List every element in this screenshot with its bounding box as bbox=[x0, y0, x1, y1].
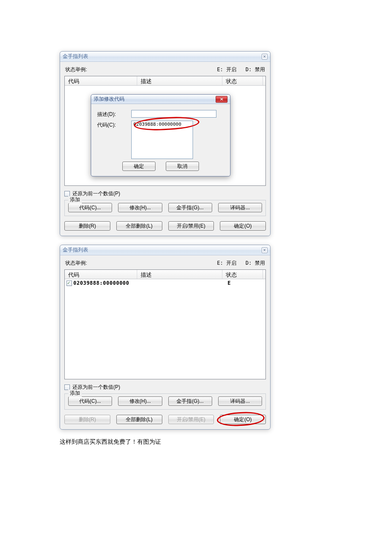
header-desc[interactable]: 描述 bbox=[137, 76, 222, 85]
row-checkbox[interactable] bbox=[66, 280, 72, 286]
restore-row[interactable]: 还原为前一个数值(P) bbox=[64, 384, 266, 391]
add-modify-button[interactable]: 修改(H)... bbox=[118, 396, 162, 406]
add-code-dialog: 添加修改代码 ✕ 描述(D): 代码(C): 确定 取消 bbox=[91, 94, 231, 176]
titlebar[interactable]: 金手指列表 ✕ bbox=[60, 245, 270, 255]
header-state[interactable]: 状态 bbox=[222, 76, 263, 85]
close-button[interactable]: ✕ bbox=[262, 54, 268, 60]
status-d: D: 禁用 bbox=[245, 260, 265, 266]
delete-button[interactable]: 删除(R) bbox=[64, 221, 110, 231]
popup-title: 添加修改代码 bbox=[94, 95, 124, 103]
code-field-label: 代码(C): bbox=[97, 121, 127, 129]
status-d: D: 禁用 bbox=[245, 66, 265, 72]
caption-text: 这样到商店买东西就免费了！有图为证 bbox=[60, 438, 332, 446]
desc-field-label: 描述(D): bbox=[97, 110, 127, 118]
add-group: 添加 代码(C)... 修改(H)... 金手指(G)... 译码器... bbox=[64, 393, 266, 410]
close-icon: ✕ bbox=[262, 54, 268, 60]
titlebar[interactable]: 金手指列表 ✕ bbox=[60, 52, 270, 62]
window-title: 金手指列表 bbox=[63, 246, 88, 254]
popup-cancel-button[interactable]: 取消 bbox=[166, 162, 199, 171]
delete-button: 删除(R) bbox=[64, 415, 110, 424]
add-decoder-button[interactable]: 译码器... bbox=[218, 396, 262, 406]
cheat-list-window-2: 金手指列表 ✕ 状态举例: E: 开启 D: 禁用 代码 描述 状态 bbox=[60, 245, 271, 430]
popup-titlebar[interactable]: 添加修改代码 ✕ bbox=[91, 95, 230, 104]
delete-all-button[interactable]: 全部删除(L) bbox=[116, 415, 162, 424]
close-icon: ✕ bbox=[220, 97, 223, 101]
header-desc[interactable]: 描述 bbox=[137, 270, 222, 279]
add-cheat-button[interactable]: 金手指(G)... bbox=[168, 396, 212, 406]
header-state[interactable]: 状态 bbox=[222, 270, 263, 279]
add-decoder-button[interactable]: 译码器... bbox=[218, 203, 262, 212]
add-code-button[interactable]: 代码(C)... bbox=[68, 396, 112, 406]
popup-ok-button[interactable]: 确定 bbox=[122, 162, 156, 171]
cheat-list-window-1: 金手指列表 ✕ 状态举例: E: 开启 D: 禁用 代码 描述 状态 bbox=[60, 51, 271, 236]
add-group: 添加 代码(C)... 修改(H)... 金手指(G)... 译码器... bbox=[64, 200, 266, 216]
add-cheat-button[interactable]: 金手指(G)... bbox=[168, 203, 212, 212]
table-row[interactable]: 02039888:00000000 E bbox=[65, 279, 265, 287]
add-modify-button[interactable]: 修改(H)... bbox=[118, 203, 162, 212]
status-label: 状态举例: bbox=[65, 66, 209, 73]
status-e: E: 开启 bbox=[217, 66, 236, 72]
table-body[interactable]: 02039888:00000000 E bbox=[65, 279, 265, 379]
close-icon: ✕ bbox=[262, 247, 268, 253]
header-code[interactable]: 代码 bbox=[65, 76, 137, 85]
restore-row[interactable]: 还原为前一个数值(P) bbox=[64, 190, 266, 197]
cheat-table[interactable]: 代码 描述 状态 02039888:00000000 E bbox=[64, 269, 266, 379]
header-code[interactable]: 代码 bbox=[65, 270, 137, 279]
row-code: 02039888:00000000 bbox=[73, 280, 137, 286]
add-code-button[interactable]: 代码(C)... bbox=[68, 203, 112, 212]
delete-all-button[interactable]: 全部删除(L) bbox=[116, 221, 162, 231]
status-label: 状态举例: bbox=[65, 260, 209, 267]
toggle-button[interactable]: 开启/禁用(E) bbox=[168, 221, 214, 231]
row-state: E bbox=[222, 280, 257, 286]
code-input[interactable] bbox=[131, 121, 193, 159]
status-legend: 状态举例: E: 开启 D: 禁用 bbox=[64, 259, 266, 269]
close-button[interactable]: ✕ bbox=[262, 247, 268, 253]
status-legend: 状态举例: E: 开启 D: 禁用 bbox=[64, 65, 266, 76]
add-legend: 添加 bbox=[68, 390, 82, 397]
table-header: 代码 描述 状态 bbox=[65, 270, 265, 279]
window-title: 金手指列表 bbox=[63, 53, 88, 60]
toggle-button: 开启/禁用(E) bbox=[168, 415, 214, 424]
ok-button[interactable]: 确定(O) bbox=[220, 221, 266, 231]
table-header: 代码 描述 状态 bbox=[65, 76, 265, 86]
desc-input[interactable] bbox=[131, 110, 216, 118]
status-e: E: 开启 bbox=[217, 260, 236, 266]
add-legend: 添加 bbox=[68, 196, 82, 203]
popup-close-button[interactable]: ✕ bbox=[216, 96, 228, 103]
ok-button[interactable]: 确定(O) bbox=[220, 415, 266, 424]
